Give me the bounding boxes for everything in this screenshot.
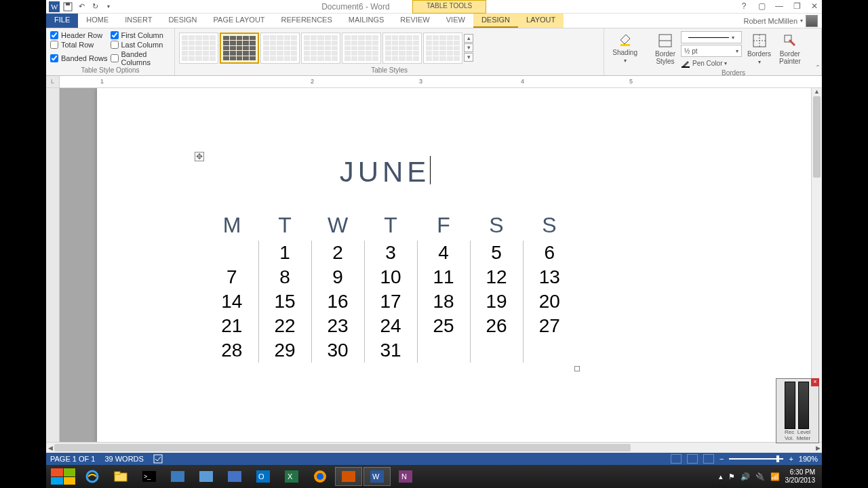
firefox-icon[interactable] [307, 467, 334, 486]
page-canvas[interactable]: ✥ JUNE M T W T F S S 123456 78910111213 … [60, 88, 822, 442]
table-row: 28293031 [205, 338, 576, 363]
table-style-3[interactable] [260, 33, 300, 64]
explorer-icon[interactable] [107, 467, 134, 486]
excel-icon[interactable]: X [278, 467, 305, 486]
word-taskbar-icon[interactable]: W [363, 467, 391, 486]
tab-review[interactable]: REVIEW [392, 14, 437, 28]
help-button[interactable]: ? [739, 1, 749, 11]
scroll-left-icon[interactable]: ◀ [46, 443, 54, 453]
svg-text:X: X [288, 472, 293, 481]
status-words[interactable]: 39 WORDS [104, 455, 143, 463]
proofing-icon[interactable] [153, 454, 163, 464]
save-icon[interactable] [62, 1, 73, 12]
pen-color-button[interactable]: Pen Color▾ [681, 58, 742, 68]
app-icon-3[interactable] [221, 467, 248, 486]
ruler-horizontal[interactable]: L 1 2 3 4 5 [46, 76, 822, 88]
page-1[interactable]: ✥ JUNE M T W T F S S 123456 78910111213 … [97, 88, 812, 442]
app-icon-2[interactable] [193, 467, 220, 486]
scroll-up-icon[interactable]: ▲ [812, 88, 822, 96]
table-row: 14151617181920 [205, 289, 576, 314]
table-resize-handle[interactable] [574, 366, 580, 371]
ie-icon[interactable] [79, 467, 106, 486]
zoom-out-button[interactable]: − [719, 455, 724, 463]
chk-banded-rows[interactable]: Banded Rows [50, 50, 111, 66]
chk-total-row[interactable]: Total Row [50, 41, 111, 49]
border-weight[interactable]: ½ pt▾ [681, 45, 742, 57]
zoom-level[interactable]: 190% [799, 455, 818, 463]
svg-rect-15 [115, 472, 120, 474]
horizontal-scrollbar[interactable]: ◀ ▶ [46, 442, 822, 453]
chk-header-row[interactable]: Header Row [50, 31, 111, 39]
maximize-button[interactable]: ❐ [792, 1, 802, 11]
calendar-title[interactable]: JUNE [195, 156, 575, 188]
taskbar-clock[interactable]: 6:30 PM 3/20/2013 [785, 468, 816, 485]
start-button[interactable] [49, 466, 77, 487]
table-style-4[interactable] [301, 33, 340, 64]
recorder-icon[interactable] [335, 467, 362, 486]
svg-rect-4 [620, 44, 630, 46]
tray-icon[interactable]: 🔊 [741, 472, 750, 481]
tab-file[interactable]: FILE [46, 14, 78, 28]
title-bar: W ↶ ↻ ▾ Document6 - Word TABLE TOOLS ? ▢… [46, 0, 822, 14]
border-line-style[interactable]: ▾ [681, 31, 742, 43]
status-page[interactable]: PAGE 1 OF 1 [50, 455, 95, 463]
table-style-1[interactable] [179, 33, 218, 64]
meter-bar-rec [785, 382, 795, 429]
level-meter-close[interactable]: × [811, 378, 819, 386]
table-style-6[interactable] [382, 33, 422, 64]
tray-network-icon[interactable]: 📶 [770, 472, 780, 481]
tab-page-layout[interactable]: PAGE LAYOUT [205, 14, 273, 28]
scroll-right-icon[interactable]: ▶ [814, 443, 822, 453]
tab-insert[interactable]: INSERT [117, 14, 160, 28]
tab-table-layout[interactable]: LAYOUT [518, 14, 564, 28]
chk-first-column[interactable]: First Column [111, 31, 171, 39]
tab-home[interactable]: HOME [78, 14, 117, 28]
tab-design[interactable]: DESIGN [160, 14, 205, 28]
minimize-button[interactable]: — [774, 1, 784, 11]
tab-table-design[interactable]: DESIGN [473, 14, 518, 28]
table-style-7[interactable] [423, 33, 462, 64]
calendar-table[interactable]: M T W T F S S 123456 78910111213 1415161… [205, 210, 576, 363]
tray-icon[interactable]: ⚑ [728, 472, 735, 481]
zoom-in-button[interactable]: + [789, 455, 793, 463]
view-read-mode[interactable] [671, 454, 682, 464]
scroll-thumb[interactable] [813, 96, 821, 178]
collapse-ribbon-icon[interactable]: ˆ [816, 64, 819, 74]
border-styles-button[interactable]: Border Styles [652, 31, 678, 66]
tab-references[interactable]: REFERENCES [273, 14, 340, 28]
qat-dropdown-icon[interactable]: ▾ [103, 1, 114, 12]
outlook-icon[interactable]: O [250, 467, 277, 486]
chk-last-column[interactable]: Last Column [111, 41, 171, 49]
border-painter-button[interactable]: Border Painter [776, 31, 804, 66]
user-account[interactable]: Robert McMillen ▾ [740, 14, 822, 28]
close-button[interactable]: ✕ [810, 1, 819, 11]
view-print-layout[interactable] [687, 454, 698, 464]
tab-view[interactable]: VIEW [438, 14, 473, 28]
cmd-icon[interactable]: >_ [136, 467, 163, 486]
shading-button[interactable]: Shading ▾ [610, 30, 640, 65]
table-styles-expand[interactable]: ▴▾▾ [464, 34, 473, 62]
table-style-5[interactable] [342, 33, 381, 64]
ribbon-tabs: FILE HOME INSERT DESIGN PAGE LAYOUT REFE… [46, 14, 822, 28]
tab-mailings[interactable]: MAILINGS [340, 14, 393, 28]
app-icon-1[interactable] [164, 467, 191, 486]
ruler-vertical[interactable] [46, 88, 60, 442]
border-styles-icon [657, 33, 673, 49]
tray-up-icon[interactable]: ▴ [719, 472, 723, 481]
ruler-corner[interactable]: L [46, 76, 60, 87]
view-web-layout[interactable] [703, 454, 714, 464]
onenote-icon[interactable]: N [392, 467, 419, 486]
undo-icon[interactable]: ↶ [76, 1, 87, 12]
chk-banded-columns[interactable]: Banded Columns [111, 50, 171, 66]
borders-button[interactable]: Borders▾ [745, 31, 774, 66]
hscroll-thumb[interactable] [54, 444, 631, 451]
tray-icon[interactable]: 🔌 [755, 472, 765, 481]
zoom-slider[interactable] [729, 458, 783, 460]
redo-icon[interactable]: ↻ [90, 1, 100, 12]
ribbon-options-button[interactable]: ▢ [757, 1, 766, 11]
level-meter-window[interactable]: × Rec Level Vol. Meter [776, 378, 819, 443]
group-label-styles: Table Styles [179, 66, 599, 75]
table-style-2-selected[interactable] [220, 33, 259, 64]
table-row: 78910111213 [205, 265, 576, 289]
day-header: S [470, 210, 523, 241]
